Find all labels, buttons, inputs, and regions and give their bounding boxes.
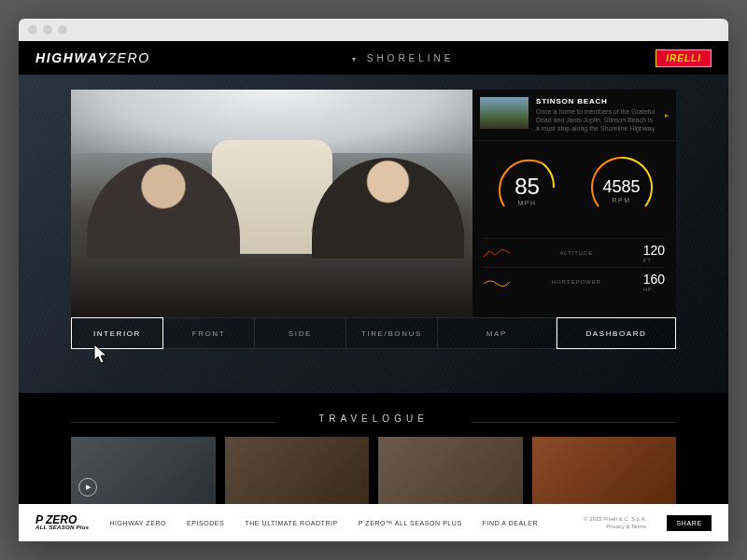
window-max-dot[interactable] bbox=[58, 25, 67, 35]
browser-window: HIGHWAYZERO SHORELINE IRELLI STINSON BEA… bbox=[19, 19, 728, 541]
altitude-label: ALTITUDE bbox=[559, 250, 593, 256]
tab-dashboard[interactable]: DASHBOARD bbox=[557, 317, 676, 349]
hp-stat: HORSEPOWER 160HP bbox=[484, 267, 665, 296]
video-scene bbox=[71, 259, 472, 317]
window-close-dot[interactable] bbox=[28, 25, 37, 35]
site-footer: P ZERO ALL SEASON Plus HIGHWAY ZERO EPIS… bbox=[19, 504, 728, 541]
rpm-gauge: 4585 RPM bbox=[578, 148, 665, 232]
altitude-value: 120 bbox=[643, 243, 665, 258]
footer-link[interactable]: P ZERO™ ALL SEASON PLUS bbox=[359, 520, 462, 526]
footer-link[interactable]: EPISODES bbox=[187, 520, 224, 526]
cursor-icon bbox=[93, 343, 110, 366]
tab-front[interactable]: FRONT bbox=[163, 317, 255, 349]
route-dropdown[interactable]: SHORELINE bbox=[150, 53, 655, 63]
poi-card[interactable]: STINSON BEACH Once a home to members of … bbox=[472, 90, 676, 141]
footer-legal: © 2015 Pirelli & C. S.p.A. Privacy & Ter… bbox=[584, 515, 646, 531]
footer-logo-b: ALL SEASON Plus bbox=[35, 525, 89, 530]
video-panel: STINSON BEACH Once a home to members of … bbox=[71, 90, 676, 317]
privacy-link[interactable]: Privacy & Terms bbox=[584, 523, 646, 530]
video-player[interactable] bbox=[71, 90, 472, 317]
copyright: © 2015 Pirelli & C. S.p.A. bbox=[584, 515, 646, 523]
travelogue-thumb[interactable]: ▶ bbox=[71, 437, 216, 504]
window-min-dot[interactable] bbox=[43, 25, 52, 35]
travelogue-section: TRAVELOGUE ▶ bbox=[19, 393, 728, 504]
tab-map[interactable]: MAP bbox=[438, 317, 557, 349]
travelogue-thumb[interactable] bbox=[378, 437, 523, 504]
telemetry-sidebar: STINSON BEACH Once a home to members of … bbox=[472, 90, 676, 317]
play-icon: ▶ bbox=[78, 478, 97, 497]
tab-tire[interactable]: TIRE/BONUS bbox=[346, 317, 438, 349]
footer-link[interactable]: FIND A DEALER bbox=[483, 520, 538, 526]
footer-logo[interactable]: P ZERO ALL SEASON Plus bbox=[35, 515, 89, 530]
gauge-cluster: 85 MPH 4585 RPM ALTITUDE 1 bbox=[472, 141, 676, 317]
hp-value: 160 bbox=[643, 272, 665, 287]
footer-link[interactable]: HIGHWAY ZERO bbox=[109, 520, 166, 526]
browser-chrome bbox=[19, 19, 728, 41]
poi-text: STINSON BEACH Once a home to members of … bbox=[536, 97, 657, 133]
travelogue-thumb[interactable] bbox=[225, 437, 370, 504]
footer-nav: HIGHWAY ZERO EPISODES THE ULTIMATE ROADT… bbox=[109, 520, 563, 526]
chevron-right-icon[interactable]: ▸ bbox=[665, 111, 669, 119]
view-tabs: INTERIOR FRONT SIDE TIRE/BONUS MAP DASHB… bbox=[71, 317, 676, 349]
hp-label: HORSEPOWER bbox=[552, 279, 601, 285]
poi-desc: Once a home to members of the Grateful D… bbox=[536, 107, 657, 133]
travelogue-thumbs: ▶ bbox=[71, 437, 676, 504]
travelogue-title: TRAVELOGUE bbox=[71, 406, 676, 437]
tab-side[interactable]: SIDE bbox=[255, 317, 346, 349]
site-logo[interactable]: HIGHWAYZERO bbox=[35, 50, 150, 65]
speed-gauge: 85 MPH bbox=[484, 148, 571, 232]
sparkline-icon bbox=[484, 276, 510, 287]
main-stage: STINSON BEACH Once a home to members of … bbox=[19, 75, 728, 393]
poi-title: STINSON BEACH bbox=[536, 97, 657, 105]
altitude-unit: FT bbox=[643, 258, 665, 263]
sparkline-icon bbox=[484, 247, 510, 259]
footer-link[interactable]: THE ULTIMATE ROADTRIP bbox=[245, 520, 337, 526]
poi-thumbnail bbox=[480, 97, 529, 129]
logo-part-b: ZERO bbox=[107, 50, 150, 65]
travelogue-thumb[interactable] bbox=[532, 437, 677, 504]
altitude-stat: ALTITUDE 120FT bbox=[484, 238, 665, 267]
tab-interior[interactable]: INTERIOR bbox=[71, 317, 163, 349]
site-header: HIGHWAYZERO SHORELINE IRELLI bbox=[19, 41, 728, 75]
sponsor-badge[interactable]: IRELLI bbox=[655, 49, 712, 67]
hp-unit: HP bbox=[643, 287, 665, 292]
share-button[interactable]: SHARE bbox=[667, 515, 712, 531]
logo-part-a: HIGHWAY bbox=[35, 50, 107, 65]
